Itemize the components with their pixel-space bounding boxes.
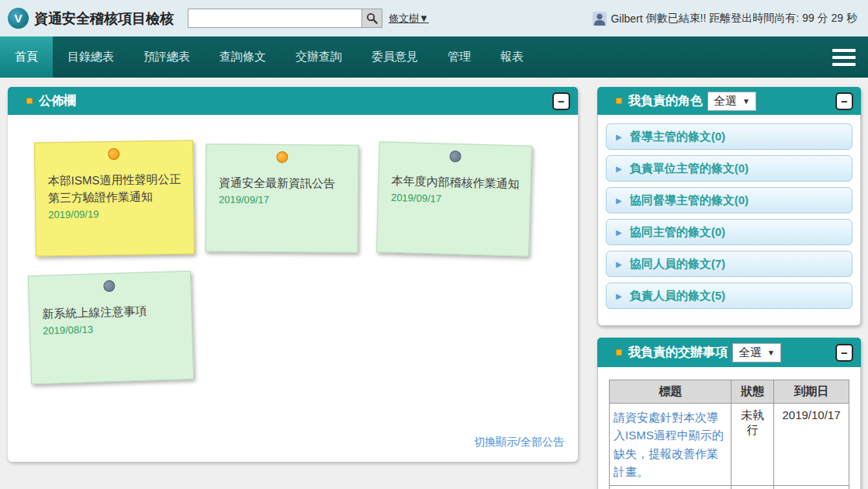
search-input[interactable] <box>188 9 362 28</box>
role-item-co-staff[interactable]: ▶ 協同人員的條文(7) <box>606 251 852 277</box>
chevron-down-icon: ▼ <box>742 97 750 106</box>
main-nav: 首頁 目錄總表 預評總表 查詢條文 交辦查詢 委員意見 管理 報表 <box>0 36 868 78</box>
bulletin-collapse-button[interactable]: − <box>552 92 570 110</box>
nav-item-query-articles[interactable]: 查詢條文 <box>205 36 281 78</box>
task-due-date: 2019/10/17 <box>774 404 849 486</box>
user-session-area: Gilbert 倒數已結束!! 距離登出時間尚有: 99 分 29 秒 <box>593 12 860 26</box>
my-tasks-title: 我負責的交辦事項 <box>628 345 728 361</box>
panel-bullet-icon <box>26 98 33 104</box>
tasks-header-due: 到期日 <box>774 380 849 404</box>
role-item-label: 協同主管的條文(0) <box>630 225 725 240</box>
note-title: 本年度內部稽核作業通知 <box>391 172 520 192</box>
session-message: 倒數已結束!! 距離登出時間尚有: <box>646 12 800 26</box>
triangle-right-icon: ▶ <box>616 165 622 173</box>
pin-icon <box>449 151 461 162</box>
role-item-label: 督導主管的條文(0) <box>630 130 725 144</box>
bulletin-note[interactable]: 資通安全最新資訊公告 2019/09/17 <box>206 144 359 252</box>
table-row <box>610 486 849 489</box>
note-date: 2019/08/13 <box>43 321 181 337</box>
search-area: 條文樹▼ <box>188 9 429 28</box>
role-item-responsible-staff[interactable]: ▶ 負責人員的條文(5) <box>606 283 852 309</box>
bulletin-body: 本部ISMS適用性聲明公正第三方驗證作業通知 2019/09/19 資通安全最新… <box>8 115 578 462</box>
role-item-label: 負責人員的條文(5) <box>630 289 725 303</box>
task-status: 未執行 <box>731 404 774 486</box>
role-item-label: 負責單位主管的條文(0) <box>630 161 749 176</box>
triangle-right-icon: ▶ <box>616 196 622 205</box>
bulletin-note[interactable]: 本年度內部稽核作業通知 2019/09/17 <box>376 141 532 256</box>
note-title: 新系統上線注意事項 <box>42 301 181 322</box>
user-name: Gilbert <box>610 12 642 25</box>
chevron-down-icon: ▼ <box>767 349 775 357</box>
table-row: 請資安處針對本次導入ISMS過程中顯示的缺失，提報改善作業計畫。 未執行 201… <box>610 404 849 486</box>
search-button[interactable] <box>362 9 382 28</box>
role-item-unit-manager[interactable]: ▶ 負責單位主管的條文(0) <box>606 155 852 182</box>
tasks-filter-value: 全選 <box>738 345 762 360</box>
role-item-supervisor[interactable]: ▶ 督導主管的條文(0) <box>606 123 852 150</box>
role-item-co-manager[interactable]: ▶ 協同主管的條文(0) <box>606 219 852 245</box>
tree-view-link[interactable]: 條文樹▼ <box>389 12 429 26</box>
top-header: V 資通安全稽核項目檢核 條文樹▼ Gilbert 倒數已結束!! 距離登出時間… <box>0 0 868 36</box>
app-logo-icon: V <box>8 8 29 29</box>
my-tasks-panel: 我負責的交辦事項 全選 ▼ − 標題 狀態 到期日 請資安處針對本次導入ISMS… <box>597 338 861 489</box>
note-date: 2019/09/17 <box>391 191 519 206</box>
bulletin-panel: 公佈欄 − 本部ISMS適用性聲明公正第三方驗證作業通知 2019/09/19 … <box>8 87 578 462</box>
hamburger-menu-icon[interactable] <box>820 36 868 78</box>
session-time-remaining: 99 分 29 秒 <box>802 12 857 26</box>
my-roles-panel: 我負責的角色 全選 ▼ − ▶ 督導主管的條文(0) ▶ 負責單位主管的條文(0… <box>597 87 861 326</box>
bulletin-title: 公佈欄 <box>39 93 76 109</box>
my-tasks-panel-header: 我負責的交辦事項 全選 ▼ − <box>597 338 861 367</box>
search-icon <box>366 12 378 24</box>
tasks-table: 標題 狀態 到期日 請資安處針對本次導入ISMS過程中顯示的缺失，提報改善作業計… <box>609 380 849 489</box>
tasks-header-title: 標題 <box>610 380 731 404</box>
role-item-label: 協同人員的條文(7) <box>630 257 725 272</box>
note-title: 本部ISMS適用性聲明公正第三方驗證作業通知 <box>48 171 183 206</box>
toggle-all-announcements-link[interactable]: 切換顯示/全部公告 <box>474 435 564 449</box>
nav-item-reports[interactable]: 報表 <box>486 36 538 78</box>
task-title-link[interactable]: 請資安處針對本次導入ISMS過程中顯示的缺失，提報改善作業計畫。 <box>614 411 724 478</box>
nav-item-home[interactable]: 首頁 <box>0 36 53 78</box>
note-date: 2019/09/19 <box>48 206 182 220</box>
bulletin-panel-header: 公佈欄 − <box>8 87 578 115</box>
nav-item-preassess-summary[interactable]: 預評總表 <box>129 36 205 78</box>
tasks-collapse-button[interactable]: − <box>835 344 853 362</box>
nav-item-catalog-summary[interactable]: 目錄總表 <box>53 36 129 78</box>
note-title: 資通安全最新資訊公告 <box>219 174 347 192</box>
role-list: ▶ 督導主管的條文(0) ▶ 負責單位主管的條文(0) ▶ 協同督導主管的條文(… <box>598 115 860 317</box>
nav-item-committee-opinions[interactable]: 委員意見 <box>357 36 433 78</box>
roles-filter-value: 全選 <box>714 94 737 109</box>
triangle-right-icon: ▶ <box>616 292 622 300</box>
nav-item-admin[interactable]: 管理 <box>433 36 486 78</box>
user-icon <box>593 12 607 26</box>
bulletin-note[interactable]: 新系統上線注意事項 2019/08/13 <box>28 271 194 385</box>
triangle-right-icon: ▶ <box>616 133 622 141</box>
panel-bullet-icon <box>616 98 622 104</box>
pin-icon <box>276 151 288 163</box>
tasks-header-status: 狀態 <box>731 380 774 404</box>
roles-collapse-button[interactable]: − <box>835 92 853 110</box>
note-date: 2019/09/17 <box>219 193 347 206</box>
triangle-right-icon: ▶ <box>616 228 622 237</box>
app-title: 資通安全稽核項目檢核 <box>34 9 174 28</box>
bulletin-note[interactable]: 本部ISMS適用性聲明公正第三方驗證作業通知 2019/09/19 <box>34 140 195 257</box>
pin-icon <box>103 280 115 292</box>
triangle-right-icon: ▶ <box>616 260 622 269</box>
roles-filter-select[interactable]: 全選 ▼ <box>707 92 756 111</box>
tasks-filter-select[interactable]: 全選 ▼ <box>732 343 781 362</box>
my-roles-title: 我負責的角色 <box>628 93 703 109</box>
my-roles-panel-header: 我負責的角色 全選 ▼ − <box>597 87 861 115</box>
role-item-co-supervisor[interactable]: ▶ 協同督導主管的條文(0) <box>606 187 852 213</box>
panel-bullet-icon <box>616 349 622 355</box>
nav-item-task-query[interactable]: 交辦查詢 <box>281 36 357 78</box>
role-item-label: 協同督導主管的條文(0) <box>630 193 749 208</box>
pin-icon <box>108 148 119 160</box>
